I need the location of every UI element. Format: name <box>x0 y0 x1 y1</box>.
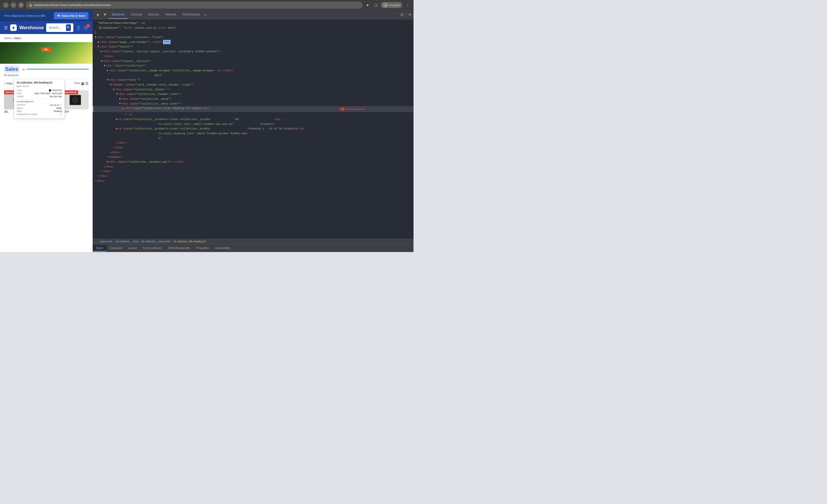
expand-icon[interactable]: ▼ <box>113 87 115 92</box>
expand-icon[interactable]: ▼ <box>107 78 109 83</box>
forward-button[interactable]: → <box>11 2 16 8</box>
browser-toolbar: ← → ↻ 🔒 Warehouse warehouse-theme-metal.… <box>0 0 414 10</box>
code-line: ▼<header class="card__header card__heade… <box>93 83 414 87</box>
cart-button[interactable]: 🛒 0 <box>84 26 89 30</box>
left-arrow-annotation: ← <box>21 66 27 72</box>
window-button[interactable]: ❑ <box>373 2 379 8</box>
breadcrumb-header-inner[interactable]: eader-inner <box>100 240 113 243</box>
h1-code-line: … ► <h1 class="collection_title heading … <box>93 106 414 112</box>
url-path: /collections/sales <box>88 3 111 7</box>
cart-badge: 0 <box>86 24 90 28</box>
tab-performance[interactable]: Performance <box>180 11 203 19</box>
bottom-tab-properties[interactable]: Properties <box>193 245 212 251</box>
account-button[interactable]: 👤 <box>76 26 81 30</box>
store-header: ☰ ■ Warehouse 🔍 👤 🛒 0 <box>0 21 93 34</box>
svg-point-18 <box>75 99 76 101</box>
code-line: ▼<div class="container container--flush"… <box>93 35 414 40</box>
subscribe-save-button[interactable]: ✉ Subscribe & Save <box>54 12 89 19</box>
url-domain: warehouse-theme-metal.myshopify.com <box>34 3 88 7</box>
expand-icon[interactable]: ► <box>101 49 103 54</box>
expand-icon[interactable]: ► <box>116 117 118 122</box>
code-line: </div> <box>93 54 414 59</box>
devtools-close-button[interactable]: ✕ <box>408 12 411 17</box>
tooltip-box: h1.collection_title.heading.h1 634 × 41.… <box>14 79 65 118</box>
search-input[interactable] <box>49 26 64 30</box>
collection-title: Sales <box>4 66 19 72</box>
devtools-settings-button[interactable]: ⚙ <box>400 13 404 17</box>
breadcrumb-collection-meta[interactable]: div.collection__meta <box>115 240 138 243</box>
code-line: </div> <box>93 150 414 155</box>
code-line: </div> <box>93 141 414 145</box>
incognito-badge: 🕵 Incognito <box>381 2 402 8</box>
more-button[interactable]: ⋮ <box>404 2 410 8</box>
keyboard-icon: ▷ <box>60 113 62 116</box>
code-line: </div> <box>93 169 414 174</box>
breadcrumb-home[interactable]: Home <box>4 37 11 40</box>
tab-console[interactable]: Console <box>128 11 145 19</box>
header-icons: 👤 🛒 0 <box>76 26 89 30</box>
devtools-menu-button[interactable]: ⋮ <box>404 12 408 17</box>
code-line: ►<div class="page__sub-header">…</div> f… <box>93 40 414 45</box>
address-bar[interactable]: 🔒 Warehouse warehouse-theme-metal.myshop… <box>26 2 362 9</box>
ellipsis: … <box>120 106 121 111</box>
code-line: </div> <box>93 174 414 179</box>
collection-area: JBL h1.collection_title.heading.h1 634 ×… <box>0 42 93 64</box>
jbl-logo: JBL <box>41 47 52 52</box>
store-logo: ■ <box>10 24 17 31</box>
expand-icon[interactable]: ▼ <box>110 83 112 87</box>
code-area[interactable]: "defaultProductsPerPage": 24, "gridClass… <box>93 19 414 239</box>
subscribe-label: Subscribe & Save <box>61 14 85 17</box>
sony-sub-image <box>68 93 82 107</box>
bottom-tab-computed[interactable]: Computed <box>106 245 126 251</box>
breadcrumb-end[interactable]: ... <box>209 240 211 243</box>
reload-button[interactable]: ↻ <box>18 2 24 8</box>
breadcrumb-meta-inner[interactable]: div.collection__meta-inner <box>141 240 170 243</box>
top-banner: Free shipping on orders over $80 ✉ Subsc… <box>0 10 93 21</box>
bottom-tab-event-listeners[interactable]: Event Listeners <box>140 245 165 251</box>
expand-icon[interactable]: ▼ <box>119 102 121 106</box>
email-icon: ✉ <box>57 14 60 17</box>
filter-label: Filter <box>7 82 13 85</box>
filter-button[interactable]: ▿ Filter <box>4 82 13 85</box>
device-toggle-button[interactable]: ◤ <box>102 11 109 18</box>
expand-icon[interactable]: ► <box>107 68 109 73</box>
hamburger-button[interactable]: ☰ <box>4 26 8 30</box>
search-button[interactable]: 🔍 <box>66 24 71 31</box>
product-brand-2: SONY <box>62 110 89 113</box>
lock-icon: 🔒 <box>29 4 33 7</box>
expand-icon[interactable]: ► <box>98 40 99 45</box>
expand-icon[interactable]: ▼ <box>119 97 121 102</box>
back-button[interactable]: ← <box>3 2 9 8</box>
more-tabs-button[interactable]: » <box>203 11 208 19</box>
expand-icon[interactable]: ▼ <box>98 44 99 49</box>
inspect-button[interactable]: ▶ <box>95 11 102 18</box>
code-line: ►<div class="collection__image-wrapper c… <box>93 68 414 78</box>
breadcrumb-h1[interactable]: h1.collection_title.heading.h1 <box>174 240 206 243</box>
bottom-tab-dom-breakpoints[interactable]: DOM Breakpoints <box>165 245 193 251</box>
color-swatch: #1E2D7D <box>49 89 62 92</box>
search-bar: 🔍 <box>46 23 74 32</box>
code-line: </header> <box>93 155 414 160</box>
code-line: </div> <box>93 179 414 184</box>
expand-icon[interactable]: ▼ <box>104 63 106 68</box>
breadcrumb-ellipsis[interactable]: ... <box>95 240 97 243</box>
bookmark-button[interactable]: ★ <box>364 2 371 8</box>
bottom-tab-accessibility[interactable]: Accessibility <box>212 245 234 251</box>
tab-elements[interactable]: Elements <box>109 11 128 19</box>
list-view-button[interactable]: ☰ <box>85 82 89 86</box>
grid-view-button[interactable]: ▦ <box>81 82 84 86</box>
bottom-tab-styles[interactable]: Styles <box>93 245 106 251</box>
tooltip-color-row: Color #1E2D7D <box>17 89 62 92</box>
code-line: ▼<div class="collection"> <box>93 63 414 68</box>
expand-icon[interactable]: ▼ <box>101 59 103 64</box>
expand-icon[interactable]: ▼ <box>116 92 118 97</box>
expand-icon[interactable]: ► <box>107 160 109 164</box>
code-line: == $0 <box>93 112 414 117</box>
tab-network[interactable]: Network <box>162 11 180 19</box>
expand-icon[interactable]: ▼ <box>95 35 96 40</box>
expand-icon[interactable]: ► <box>116 127 118 131</box>
toolbar-actions: ★ ❑ 🕵 Incognito ⋮ <box>364 2 410 8</box>
code-line: ►<p class="collection__products-count co… <box>93 117 414 127</box>
tab-sources[interactable]: Sources <box>145 11 162 19</box>
bottom-tab-layout[interactable]: Layout <box>126 245 140 251</box>
